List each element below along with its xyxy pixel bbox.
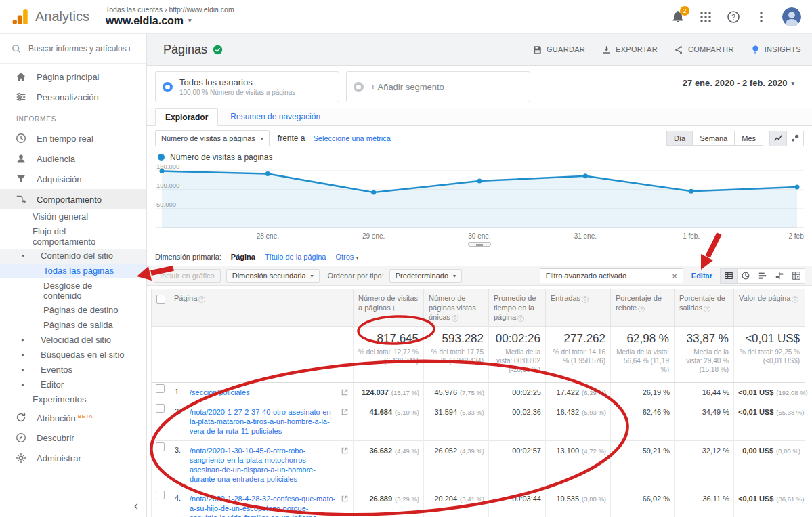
page-link[interactable]: /nota/2020-1-30-10-45-0-otro-robo-sangri… [190, 446, 337, 484]
select-metric-link[interactable]: Seleccione una métrica [314, 134, 391, 142]
sidebar-item-experimentos[interactable]: Experimentos [0, 392, 146, 407]
sidebar-item-desglose-de-contenido[interactable]: Desglose de contenido [0, 278, 146, 303]
more-menu-button[interactable] [754, 10, 768, 24]
sidebar-search[interactable] [0, 34, 146, 64]
close-icon[interactable]: × [669, 271, 680, 281]
sidebar-item-en-tiempo-real[interactable]: En tiempo real [0, 128, 146, 148]
guardar-button[interactable]: GUARDAR [532, 45, 585, 55]
view-performance-button[interactable] [754, 268, 771, 284]
exportar-button[interactable]: EXPORTAR [601, 45, 658, 55]
sidebar-item-adquisicion[interactable]: Adquisición [0, 169, 146, 189]
insights-button[interactable]: INSIGHTS [750, 45, 801, 55]
sidebar-item-descubrir[interactable]: Descubrir [0, 428, 146, 448]
segment-chip-all-users[interactable]: Todos los usuarios 100,00 % Número de vi… [155, 71, 339, 102]
analytics-logo[interactable]: Analytics [0, 7, 96, 26]
col-header-salidas[interactable]: Porcentaje de salidas? [675, 289, 734, 327]
sidebar-item-paginas-de-destino[interactable]: Páginas de destino [0, 303, 146, 318]
row-checkbox[interactable] [156, 491, 165, 499]
apps-grid-button[interactable] [699, 10, 712, 24]
notifications-button[interactable]: 2 [671, 10, 685, 24]
external-link-icon[interactable] [341, 495, 349, 503]
sidebar-collapse-button[interactable]: ‹ [134, 499, 138, 513]
row-checkbox[interactable] [156, 404, 165, 413]
sidebar-item-audiencia[interactable]: Audiencia [0, 148, 146, 169]
sidebar-item-contenido-del-sitio[interactable]: ▾Contenido del sitio [0, 249, 146, 264]
sidebar-item-atribucion[interactable]: AtribuciónBETA [0, 407, 146, 428]
select-all-checkbox[interactable] [152, 289, 169, 327]
sidebar-item-editor[interactable]: ▸Editor [0, 377, 146, 392]
sort-type-dropdown[interactable]: Predeterminado ▾ [389, 269, 462, 283]
chart-scroll-handle[interactable] [468, 242, 491, 247]
sidebar-item-vision-general[interactable]: Visión general [0, 209, 146, 224]
advanced-filter-box[interactable]: Filtro avanzado activado × [540, 268, 683, 283]
sidebar-item-label: Páginas de salida [43, 320, 113, 330]
granularity-week-button[interactable]: Semana [692, 131, 735, 146]
col-header-visitas[interactable]: Número de visitas a páginas↓ [354, 289, 424, 327]
dimension-pagina[interactable]: Página [231, 253, 255, 261]
col-header-vistas-unicas[interactable]: Número de páginas vistas únicas? [424, 289, 489, 327]
table-row: 2./nota/2020-1-27-2-37-40-otro-asesinato… [152, 402, 805, 441]
secondary-dimension-dropdown[interactable]: Dimensión secundaria ▾ [226, 269, 320, 283]
sidebar-item-velocidad-del-sitio[interactable]: ▸Velocidad del sitio [0, 333, 146, 348]
date-range-selector[interactable]: 27 ene. 2020 - 2 feb. 2020 ▾ [683, 71, 801, 88]
row-checkbox-cell[interactable] [152, 383, 169, 402]
row-checkbox-cell[interactable] [152, 441, 169, 489]
sidebar-item-eventos[interactable]: ▸Eventos [0, 363, 146, 377]
sidebar-item-administrar[interactable]: Administrar [0, 448, 146, 468]
view-percentage-button[interactable] [737, 268, 754, 284]
col-header-rebote[interactable]: Porcentaje de rebote? [611, 289, 675, 327]
line-chart-toggle[interactable] [769, 131, 787, 146]
col-header-tiempo[interactable]: Promedio de tiempo en la página? [489, 289, 546, 327]
col-header-valor[interactable]: Valor de página? [734, 289, 805, 327]
compartir-button[interactable]: COMPARTIR [674, 45, 734, 55]
sidebar: Página principalPersonalizaciónINFORMESE… [0, 34, 147, 517]
tab-explorador[interactable]: Explorador [155, 108, 218, 126]
sort-desc-icon: ↓ [392, 304, 396, 312]
row-checkbox-cell[interactable] [152, 489, 169, 517]
motion-chart-toggle[interactable] [786, 131, 804, 146]
granularity-day-button[interactable]: Día [666, 131, 693, 146]
sidebar-item-todas-las-paginas[interactable]: Todas las páginas [0, 264, 146, 278]
sidebar-item-label: Audiencia [37, 154, 75, 164]
col-header-entradas[interactable]: Entradas? [546, 289, 611, 327]
page-link[interactable]: /nota/2020-1-27-2-37-40-otro-asesinato-e… [190, 407, 337, 436]
help-icon: ? [582, 296, 589, 303]
sidebar-item-paginas-de-salida[interactable]: Páginas de salida [0, 318, 146, 333]
metric-dropdown[interactable]: Número de visitas a páginas ▾ [155, 130, 270, 146]
add-segment-chip[interactable]: + Añadir segmento [346, 71, 530, 102]
sidebar-item-flujo-del-comportamiento[interactable]: Flujo del comportamiento [0, 224, 146, 249]
sidebar-item-pagina-principal[interactable]: Página principal [0, 66, 146, 87]
sidebar-item-personalizacion[interactable]: Personalización [0, 87, 146, 107]
notification-badge: 2 [680, 6, 689, 16]
row-checkbox[interactable] [156, 384, 165, 393]
col-header-pagina[interactable]: Página? [169, 289, 354, 327]
page-title: Páginas [163, 43, 207, 57]
search-input[interactable] [28, 44, 130, 54]
view-pivot-button[interactable] [788, 268, 805, 284]
external-link-icon[interactable] [341, 388, 349, 396]
sidebar-item-busquedas-en-el-sitio[interactable]: ▸Búsquedas en el sitio [0, 348, 146, 363]
bounce-cell: 26,19 % [611, 383, 675, 402]
sidebar-section-informes: INFORMES [0, 107, 146, 128]
pivot-icon [792, 271, 801, 281]
help-icon: ? [727, 10, 740, 24]
account-avatar[interactable] [782, 7, 801, 26]
view-table-button[interactable] [720, 268, 738, 284]
dimension-otros[interactable]: Otros ▾ [335, 253, 358, 261]
help-button[interactable]: ? [727, 10, 740, 24]
row-checkbox-cell[interactable] [152, 402, 169, 441]
property-selector[interactable]: Todas las cuentas › http://www.eldia.com… [106, 5, 234, 28]
external-link-icon[interactable] [341, 447, 349, 455]
total-entries: 277.262 [551, 332, 605, 346]
edit-filter-link[interactable]: Editar [691, 272, 712, 280]
dimension-titulo-pagina[interactable]: Título de la página [265, 253, 326, 261]
view-comparison-button[interactable] [771, 268, 788, 284]
external-link-icon[interactable] [341, 408, 349, 416]
page-link[interactable]: /seccion/policiales [190, 388, 337, 397]
segment-title: Todos los usuarios [179, 77, 295, 87]
sidebar-item-comportamiento[interactable]: Comportamiento [0, 189, 146, 209]
page-link[interactable]: /nota/2020-1-28-4-28-32-confeso-que-mato… [190, 494, 337, 517]
granularity-month-button[interactable]: Mes [734, 131, 763, 146]
tab-resumen-navegacion[interactable]: Resumen de navegación [221, 108, 330, 125]
row-checkbox[interactable] [156, 442, 165, 451]
